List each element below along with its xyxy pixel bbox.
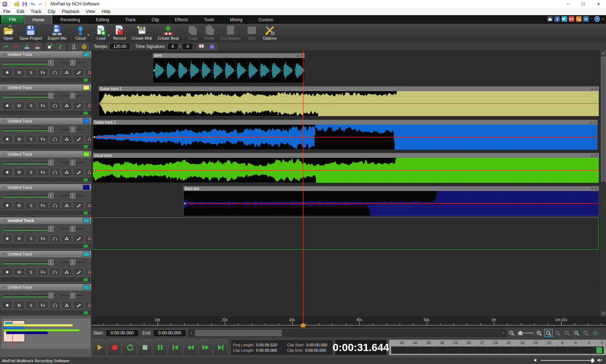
volume-slider[interactable] [3,129,56,130]
clip-close-icon[interactable] [594,87,598,90]
options-button[interactable]: Options [260,24,280,43]
quick-open-icon[interactable] [14,1,20,7]
zoom-slider[interactable] [517,329,534,337]
zoom-out-button[interactable] [508,329,516,337]
effects-chain-icon[interactable] [61,68,72,77]
track-record-arm-button[interactable] [2,168,13,176]
skip-start-button[interactable] [168,339,182,356]
wrench-icon[interactable] [73,68,84,77]
vertical-scroll-thumb[interactable] [601,57,606,182]
track-record-arm-button[interactable] [2,135,13,143]
lock-icon[interactable] [590,87,594,90]
track-mute-button[interactable]: M [14,168,25,176]
track-solo-button[interactable]: S [26,301,36,309]
load-button[interactable]: Load [93,24,109,43]
track-name[interactable]: Untitled Track [8,85,83,90]
timesig-numerator-input[interactable] [167,43,178,50]
quick-redo-icon[interactable] [38,1,44,7]
clip-vocal-track[interactable]: Vocal track [93,153,599,183]
volume-slider-thumb[interactable] [48,93,54,99]
wrench-icon[interactable] [73,201,84,210]
clip-close-icon[interactable] [594,187,598,190]
effects-chain-icon[interactable] [61,135,72,143]
track-record-arm-button[interactable] [2,201,13,210]
menu-view[interactable]: View [83,8,98,15]
twitter-icon[interactable] [561,16,567,22]
close-button[interactable]: ✕ [591,0,606,8]
like-icon[interactable] [547,16,553,22]
record-button[interactable]: Record [110,24,128,43]
playhead-marker[interactable] [301,323,305,327]
googleplus-icon[interactable]: G+ [568,16,575,22]
track-solo-button[interactable]: S [26,268,36,276]
clip-close-icon[interactable] [594,154,598,157]
wrench-icon[interactable] [73,168,84,176]
speaker-quiet-icon[interactable] [533,358,539,363]
volume-slider[interactable] [3,162,56,163]
export-mix-button[interactable]: Export Mix [45,24,69,43]
headphones-icon[interactable] [49,201,60,210]
track-color-chip[interactable] [83,218,89,223]
quick-undo-icon[interactable] [30,1,36,7]
linkedin-icon[interactable]: in [583,16,589,22]
track-mute-button[interactable]: M [14,268,25,276]
fast-forward-button[interactable] [198,339,212,356]
wrench-icon[interactable] [73,102,84,110]
help-icon[interactable]: ? [594,16,600,22]
ribbon-tab-track[interactable]: Track [117,16,144,24]
wrench-icon[interactable] [73,268,84,276]
effects-chain-icon[interactable] [61,301,72,309]
collapse-track-icon[interactable]: ▽ [3,219,6,223]
track-fx-button[interactable]: Fx [38,102,48,110]
headphones-icon[interactable] [49,168,60,176]
collapse-track-icon[interactable]: ▽ [3,86,6,90]
skip-end-button[interactable] [214,339,228,356]
effects-chain-icon[interactable] [61,235,72,243]
pause-button[interactable] [153,339,167,356]
track-solo-button[interactable]: S [26,102,36,110]
track-fx-button[interactable]: Fx [38,201,48,210]
ribbon-tab-editing[interactable]: Editing [88,16,117,24]
track-record-arm-button[interactable] [2,268,13,276]
ribbon-tab-tools[interactable]: Tools [196,16,222,24]
play-button[interactable] [92,339,106,356]
menu-help[interactable]: Help [98,8,114,15]
volume-slider-thumb[interactable] [48,160,54,165]
track-mute-button[interactable]: M [14,235,25,243]
lock-icon[interactable] [590,187,594,190]
delete-track-button[interactable] [32,43,42,50]
track-fx-button[interactable]: Fx [38,135,48,143]
track-fx-button[interactable]: Fx [38,68,48,77]
clip-ahhi[interactable]: AhHi [153,53,305,83]
track-mute-button[interactable]: M [14,135,25,143]
volume-slider-thumb[interactable] [591,358,594,363]
create-beat-button[interactable]: Create Beat [155,24,182,43]
menu-track[interactable]: Track [27,8,45,15]
lock-icon[interactable] [296,54,299,57]
add-track-button[interactable] [22,43,31,50]
effects-chain-icon[interactable] [61,201,72,210]
track-title-bar[interactable]: ▽ Untitled Track [0,284,91,291]
project-overview[interactable] [2,319,90,349]
ribbon-collapse-icon[interactable]: ^ [590,17,593,21]
tempo-input[interactable] [109,43,130,50]
help-caret-icon[interactable]: ▾ [601,17,605,21]
track-color-chip[interactable] [83,152,89,157]
collapse-track-icon[interactable]: ▽ [3,119,6,123]
ribbon-tab-mixing[interactable]: Mixing [222,16,250,24]
volume-slider[interactable] [3,96,56,96]
headphones-icon[interactable] [49,135,60,143]
track-title-bar[interactable]: ▽ Untitled Track [0,151,91,158]
ribbon-tab-effects[interactable]: Effects [167,16,196,24]
track-color-chip[interactable] [83,285,89,290]
track-name[interactable]: Untitled Track [8,185,83,190]
track-title-bar[interactable]: ▽ Untitled Track [0,251,91,258]
effects-chain-icon[interactable] [61,168,72,176]
selection-start-input[interactable] [106,329,139,337]
pan-slider-thumb[interactable] [70,126,75,132]
track-title-bar[interactable]: ▽ Untitled Track [0,51,91,58]
track-color-chip[interactable] [83,85,89,90]
tempo-tap-button[interactable]: ♪ [79,43,89,50]
headphones-icon[interactable] [49,235,60,243]
clip-waveform[interactable] [98,91,599,116]
